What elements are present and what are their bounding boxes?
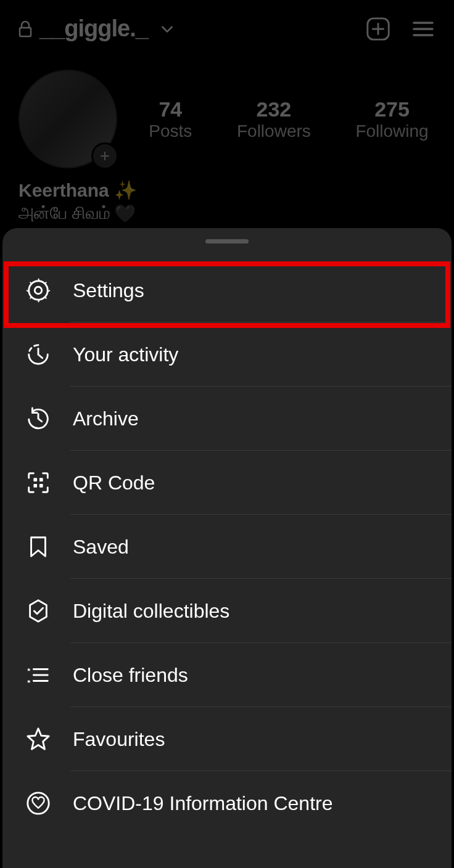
qr-icon xyxy=(25,469,52,496)
menu-item-saved[interactable]: Saved xyxy=(2,515,452,579)
star-icon xyxy=(25,726,52,753)
menu-label: Digital collectibles xyxy=(73,600,229,623)
profile-header: __giggle._ xyxy=(0,0,454,57)
lock-icon xyxy=(19,20,32,38)
menu-label: Archive xyxy=(73,407,139,430)
svg-rect-6 xyxy=(33,484,37,488)
sparkle-emoji: ✨ xyxy=(114,179,137,201)
posts-stat[interactable]: 74 Posts xyxy=(149,97,192,141)
bio-line: அன்பே சிவம் xyxy=(19,203,110,224)
menu-item-qrcode[interactable]: QR Code xyxy=(2,451,452,515)
close-friends-icon xyxy=(25,661,52,689)
menu-label: Settings xyxy=(73,279,144,302)
chevron-down-icon[interactable] xyxy=(159,21,175,37)
svg-rect-4 xyxy=(33,478,37,481)
menu-item-activity[interactable]: Your activity xyxy=(2,322,452,387)
menu-item-favourites[interactable]: Favourites xyxy=(2,707,452,771)
activity-icon xyxy=(25,341,52,368)
followers-stat[interactable]: 232 Followers xyxy=(237,97,311,141)
menu-label: COVID-19 Information Centre xyxy=(73,792,333,815)
archive-icon xyxy=(25,405,52,432)
svg-rect-5 xyxy=(39,478,43,481)
menu-item-close-friends[interactable]: Close friends xyxy=(2,643,452,707)
username[interactable]: __giggle._ xyxy=(39,15,148,42)
hamburger-menu-icon[interactable] xyxy=(411,17,435,41)
heart-circle-icon xyxy=(25,790,52,817)
svg-point-3 xyxy=(35,287,41,293)
svg-rect-0 xyxy=(20,28,31,36)
menu-label: Close friends xyxy=(73,664,188,687)
menu-label: Your activity xyxy=(73,343,178,366)
display-name: Keerthana xyxy=(19,180,109,201)
avatar[interactable]: + xyxy=(19,70,117,168)
bottom-sheet: Settings Your activity Archive xyxy=(2,228,452,868)
menu-item-settings[interactable]: Settings xyxy=(2,258,452,322)
bookmark-icon xyxy=(25,533,52,560)
sheet-handle[interactable] xyxy=(205,239,249,244)
bio-section: Keerthana ✨ அன்பே சிவம் 🖤 xyxy=(0,168,454,224)
menu-item-covid-info[interactable]: COVID-19 Information Centre xyxy=(2,771,452,835)
profile-stats-row: + 74 Posts 232 Followers 275 Following xyxy=(0,70,454,168)
heart-emoji: 🖤 xyxy=(114,203,136,224)
svg-point-8 xyxy=(28,793,49,814)
create-post-icon[interactable] xyxy=(365,16,391,42)
menu-item-archive[interactable]: Archive xyxy=(2,387,452,451)
hexagon-check-icon xyxy=(25,597,52,624)
menu-label: Favourites xyxy=(73,728,165,751)
add-story-icon[interactable]: + xyxy=(91,142,118,170)
menu-label: QR Code xyxy=(73,472,155,494)
menu-item-digital-collectibles[interactable]: Digital collectibles xyxy=(2,579,452,643)
following-stat[interactable]: 275 Following xyxy=(355,97,428,141)
gear-icon xyxy=(25,277,52,304)
menu-label: Saved xyxy=(73,536,129,559)
svg-rect-7 xyxy=(39,484,43,488)
